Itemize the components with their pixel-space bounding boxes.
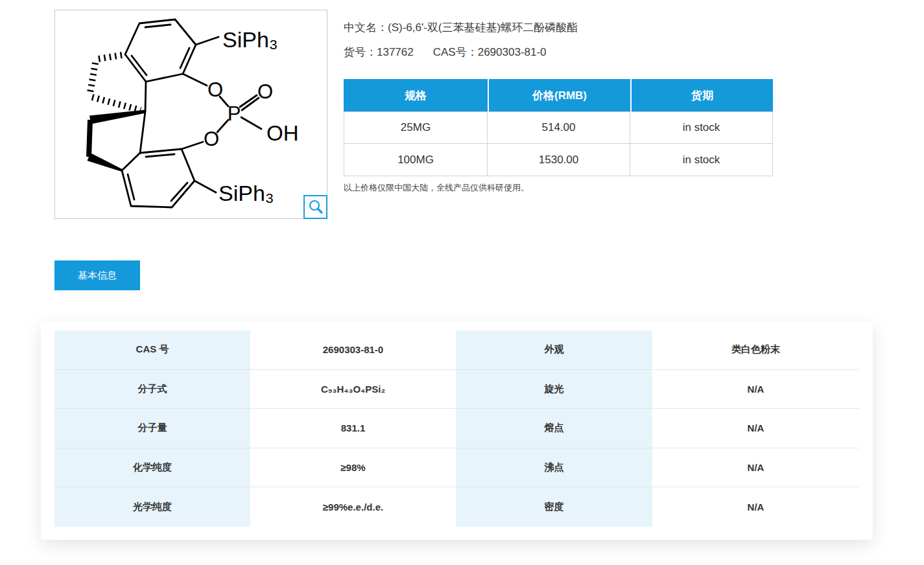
atom-labels: SiPh₃ SiPh₃ O O P OH O	[204, 27, 299, 205]
zoom-structure-button[interactable]	[303, 195, 327, 219]
spec-header: 规格	[344, 79, 488, 111]
wedge-stereo-bond-mid	[89, 120, 90, 157]
tab-basic-info[interactable]: 基本信息	[54, 260, 140, 290]
info-value: N/A	[653, 487, 859, 527]
info-label: 分子量	[54, 409, 251, 448]
info-value: N/A	[653, 370, 859, 409]
siph3-top-label: SiPh₃	[222, 27, 278, 52]
info-label: 沸点	[456, 448, 653, 488]
info-value: C₅₃H₄₃O₄PSi₂	[251, 370, 456, 409]
info-row: 光学纯度 ≥99%e.e./d.e. 密度 N/A	[54, 487, 859, 527]
basic-info-card: CAS 号 2690303-81-0 外观 类白色粉末 分子式 C₅₃H₄₃O₄…	[41, 322, 873, 540]
info-label: 光学纯度	[54, 487, 251, 527]
info-value: 831.1	[251, 409, 456, 448]
magnifier-icon	[307, 199, 324, 216]
wedge-stereo-bonds	[88, 110, 146, 172]
info-label: 化学纯度	[54, 448, 251, 488]
price-row: 25MG 514.00 in stock	[344, 111, 773, 144]
product-name: (S)-6,6'-双(三苯基硅基)螺环二酚磷酸酯	[388, 21, 578, 34]
structure-image-box: SiPh₃ SiPh₃ O O P OH O	[54, 10, 327, 219]
stock-cell: in stock	[630, 111, 773, 144]
basic-info-table: CAS 号 2690303-81-0 外观 类白色粉末 分子式 C₅₃H₄₃O₄…	[54, 330, 859, 527]
price-disclaimer: 以上价格仅限中国大陆，全线产品仅供科研使用。	[344, 182, 529, 194]
price-cell: 1530.00	[488, 144, 630, 176]
stock-cell: in stock	[630, 144, 773, 176]
price-header: 价格(RMB)	[488, 79, 630, 111]
cas-number: 2690303-81-0	[478, 46, 547, 58]
spec-cell: 25MG	[344, 111, 488, 144]
info-label: 外观	[456, 330, 653, 370]
info-label: 旋光	[456, 370, 653, 409]
price-table: 规格 价格(RMB) 货期 25MG 514.00 in stock 100MG…	[344, 79, 773, 176]
siph3-bottom-label: SiPh₃	[219, 181, 274, 205]
item-no: 137762	[377, 46, 414, 58]
cas-label: CAS号：	[433, 46, 478, 58]
info-row: 化学纯度 ≥98% 沸点 N/A	[54, 448, 859, 488]
info-row: 分子式 C₅₃H₄₃O₄PSi₂ 旋光 N/A	[54, 370, 859, 409]
product-page: SiPh₃ SiPh₃ O O P OH O 中文名：(S)-6,6'-双(三苯…	[0, 0, 924, 565]
info-row: 分子量 831.1 熔点 N/A	[54, 409, 859, 448]
info-value: 类白色粉末	[653, 330, 859, 370]
price-cell: 514.00	[488, 111, 630, 144]
info-label: CAS 号	[54, 330, 251, 370]
o-double-label: O	[257, 80, 273, 103]
info-label: 熔点	[456, 409, 653, 448]
info-value: N/A	[653, 409, 859, 448]
molecule-structure: SiPh₃ SiPh₃ O O P OH O	[55, 10, 327, 218]
product-name-label: 中文名：	[344, 21, 388, 34]
info-label: 分子式	[54, 370, 251, 409]
oh-label: OH	[267, 121, 299, 145]
price-header-row: 规格 价格(RMB) 货期	[344, 79, 773, 111]
info-value: ≥98%	[251, 448, 456, 488]
info-label: 密度	[456, 487, 653, 527]
o-top-label: O	[207, 78, 223, 101]
item-no-label: 货号：	[344, 46, 377, 58]
product-ids-line: 货号：137762CAS号：2690303-81-0	[344, 45, 547, 60]
price-row: 100MG 1530.00 in stock	[344, 144, 773, 176]
o-bottom-label: O	[204, 128, 219, 150]
product-name-line: 中文名：(S)-6,6'-双(三苯基硅基)螺环二酚磷酸酯	[344, 20, 578, 35]
info-value: N/A	[653, 448, 859, 488]
spec-cell: 100MG	[344, 144, 488, 176]
hash-stereo-bonds	[90, 55, 141, 110]
stock-header: 货期	[630, 79, 773, 111]
info-row: CAS 号 2690303-81-0 外观 类白色粉末	[54, 330, 859, 370]
info-value: ≥99%e.e./d.e.	[251, 487, 456, 527]
info-value: 2690303-81-0	[251, 330, 456, 370]
p-label: P	[228, 102, 241, 125]
